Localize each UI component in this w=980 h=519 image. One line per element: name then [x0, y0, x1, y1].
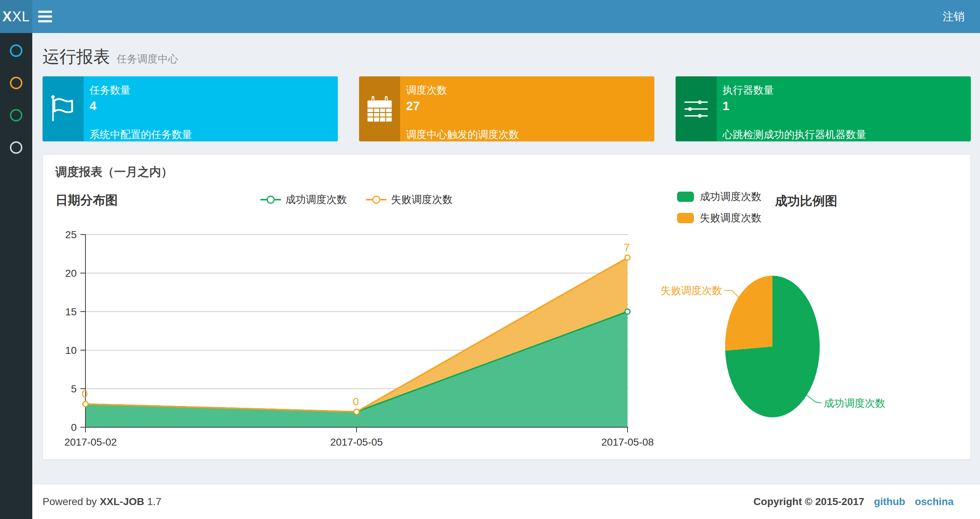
sliders-icon [676, 76, 717, 141]
y-tick: 0 [71, 422, 76, 433]
info-box-label: 任务数量 [89, 83, 330, 97]
pie-slice-fail[interactable] [725, 276, 772, 351]
info-box-trigger-count: 调度次数 27 调度中心触发的调度次数 [359, 76, 654, 141]
oschina-link[interactable]: oschina [915, 496, 954, 508]
hamburger-bar [38, 15, 52, 18]
info-box-executor-count: 执行器数量 1 心跳检测成功的执行器机器数量 [676, 76, 971, 141]
info-box-content: 任务数量 4 系统中配置的任务数量 [84, 76, 338, 141]
sidebar [0, 33, 32, 519]
sidebar-item-dashboard[interactable] [0, 35, 32, 67]
product-name: XXL-JOB [100, 496, 144, 508]
point-marker [354, 409, 359, 414]
fail-label-line [724, 290, 740, 299]
sidebar-item-logs[interactable] [0, 131, 32, 164]
info-box-content: 执行器数量 1 心跳检测成功的执行器机器数量 [717, 76, 971, 141]
logo-rest: XL [12, 9, 30, 25]
success-label-line [807, 395, 822, 403]
footer-copyright: Copyright © 2015-2017 github oschina [753, 484, 954, 519]
pie-label-fail: 失败调度次数 [660, 285, 722, 296]
summary-info-boxes: 任务数量 4 系统中配置的任务数量 [43, 76, 971, 141]
data-label: 7 [624, 241, 630, 253]
info-box-value: 1 [722, 97, 963, 114]
sidebar-item-executors[interactable] [0, 99, 32, 131]
sidebar-item-jobs[interactable] [0, 67, 32, 99]
sidebar-toggle-icon[interactable] [38, 0, 62, 33]
page-title: 运行报表 [43, 46, 110, 68]
y-tick: 5 [71, 383, 76, 394]
y-tick: 25 [65, 229, 76, 240]
info-box-job-count: 任务数量 4 系统中配置的任务数量 [43, 76, 338, 141]
footer-powered-by: Powered by XXL-JOB 1.7 [43, 484, 161, 519]
pie-label-success: 成功调度次数 [824, 398, 885, 409]
info-box-description: 心跳检测成功的执行器机器数量 [722, 128, 963, 141]
page-header: 运行报表 任务调度中心 [43, 46, 178, 71]
logo-bold: X [3, 9, 12, 25]
circle-icon [10, 45, 22, 57]
info-box-value: 4 [89, 97, 330, 114]
report-panel: 调度报表（一月之内） 日期分布图 成功调度次数 失败调度次数 成功调度次数 失败… [43, 154, 971, 460]
copyright-text: Copyright © 2015-2017 [753, 496, 864, 508]
info-box-value: 27 [406, 97, 646, 114]
y-tick: 10 [65, 345, 76, 356]
charts-canvas: 0 5 10 15 20 25 2017-05-02 2017-05-05 20… [43, 155, 971, 460]
y-tick: 20 [65, 268, 76, 279]
top-navbar: XXL 注销 [0, 0, 980, 33]
x-tick: 2017-05-05 [330, 436, 383, 448]
logout-link[interactable]: 注销 [927, 0, 980, 33]
x-axis-labels: 2017-05-02 2017-05-05 2017-05-08 [64, 436, 654, 448]
info-box-description: 系统中配置的任务数量 [89, 128, 330, 141]
circle-icon [10, 141, 22, 154]
info-box-description: 调度中心触发的调度次数 [406, 128, 646, 141]
x-tick: 2017-05-02 [64, 436, 117, 448]
x-tick: 2017-05-08 [601, 436, 654, 448]
info-box-content: 调度次数 27 调度中心触发的调度次数 [400, 76, 654, 141]
y-axis-labels: 0 5 10 15 20 25 [65, 229, 76, 433]
info-box-label: 执行器数量 [722, 83, 963, 97]
pie-chart: 失败调度次数 成功调度次数 [660, 276, 885, 417]
point-marker [83, 402, 88, 407]
powered-prefix: Powered by [43, 496, 97, 508]
circle-icon [10, 77, 22, 89]
circle-icon [10, 109, 22, 121]
data-label: 0 [82, 388, 88, 400]
flag-icon [43, 76, 84, 141]
point-marker [625, 309, 630, 314]
hamburger-bar [38, 20, 52, 22]
footer: Powered by XXL-JOB 1.7 Copyright © 2015-… [32, 484, 980, 519]
info-box-label: 调度次数 [406, 83, 646, 97]
calendar-icon [359, 76, 400, 141]
hamburger-bar [38, 11, 52, 13]
point-marker [625, 255, 630, 260]
y-tick: 15 [65, 306, 76, 318]
github-link[interactable]: github [874, 496, 905, 508]
data-label: 0 [353, 395, 359, 407]
app-logo[interactable]: XXL [0, 0, 32, 33]
product-version: 1.7 [147, 496, 161, 508]
page-subtitle: 任务调度中心 [117, 52, 178, 66]
